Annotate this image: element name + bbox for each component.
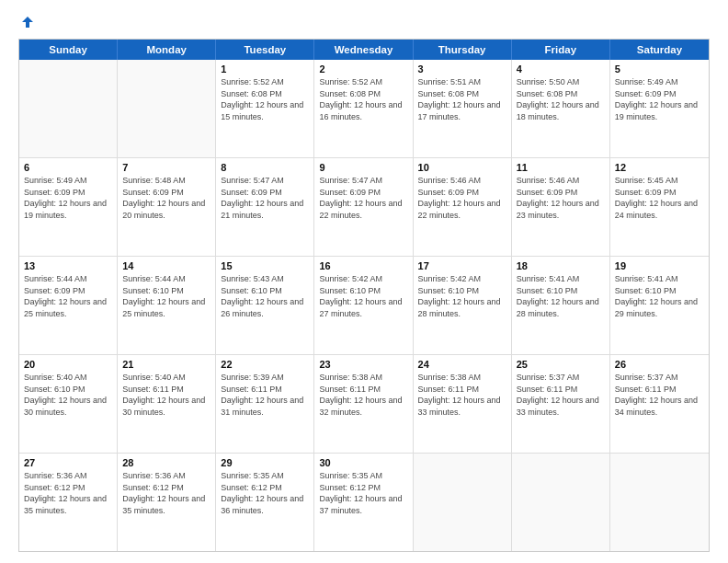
day-number: 1 (221, 63, 309, 75)
day-number: 8 (221, 162, 309, 173)
day-number: 27 (24, 457, 112, 468)
day-info: Sunrise: 5:38 AMSunset: 6:11 PMDaylight:… (418, 372, 506, 418)
day-info: Sunrise: 5:35 AMSunset: 6:12 PMDaylight:… (221, 470, 309, 516)
empty-cell (610, 454, 709, 551)
day-cell-30: 30Sunrise: 5:35 AMSunset: 6:12 PMDayligh… (314, 454, 413, 551)
week-row-4: 20Sunrise: 5:40 AMSunset: 6:10 PMDayligh… (19, 355, 709, 454)
day-number: 29 (221, 457, 309, 468)
day-cell-25: 25Sunrise: 5:37 AMSunset: 6:11 PMDayligh… (512, 355, 610, 453)
day-cell-3: 3Sunrise: 5:51 AMSunset: 6:08 PMDaylight… (414, 60, 512, 157)
day-info: Sunrise: 5:36 AMSunset: 6:12 PMDaylight:… (122, 470, 210, 516)
day-info: Sunrise: 5:38 AMSunset: 6:11 PMDaylight:… (319, 372, 407, 418)
day-number: 16 (319, 260, 407, 271)
day-number: 28 (122, 457, 210, 468)
day-cell-10: 10Sunrise: 5:46 AMSunset: 6:09 PMDayligh… (414, 158, 512, 256)
day-info: Sunrise: 5:52 AMSunset: 6:08 PMDaylight:… (319, 76, 407, 122)
day-number: 4 (517, 63, 605, 75)
header-day-sunday: Sunday (19, 40, 118, 60)
day-cell-21: 21Sunrise: 5:40 AMSunset: 6:11 PMDayligh… (118, 355, 216, 453)
day-cell-19: 19Sunrise: 5:41 AMSunset: 6:10 PMDayligh… (610, 257, 709, 354)
svg-marker-0 (22, 17, 33, 28)
day-number: 6 (24, 162, 112, 173)
day-cell-15: 15Sunrise: 5:43 AMSunset: 6:10 PMDayligh… (216, 257, 314, 354)
day-cell-23: 23Sunrise: 5:38 AMSunset: 6:11 PMDayligh… (314, 355, 413, 453)
day-cell-17: 17Sunrise: 5:42 AMSunset: 6:10 PMDayligh… (414, 257, 512, 354)
day-info: Sunrise: 5:49 AMSunset: 6:09 PMDaylight:… (615, 76, 704, 122)
day-number: 26 (615, 359, 704, 370)
day-number: 23 (319, 359, 407, 370)
day-cell-8: 8Sunrise: 5:47 AMSunset: 6:09 PMDaylight… (216, 158, 314, 256)
day-info: Sunrise: 5:42 AMSunset: 6:10 PMDaylight:… (418, 273, 506, 319)
day-info: Sunrise: 5:45 AMSunset: 6:09 PMDaylight:… (615, 175, 704, 221)
day-info: Sunrise: 5:51 AMSunset: 6:08 PMDaylight:… (418, 76, 506, 122)
day-info: Sunrise: 5:41 AMSunset: 6:10 PMDaylight:… (615, 273, 704, 319)
day-info: Sunrise: 5:37 AMSunset: 6:11 PMDaylight:… (615, 372, 704, 418)
day-cell-5: 5Sunrise: 5:49 AMSunset: 6:09 PMDaylight… (610, 60, 709, 157)
day-number: 9 (319, 162, 407, 173)
day-number: 20 (24, 359, 112, 370)
day-cell-29: 29Sunrise: 5:35 AMSunset: 6:12 PMDayligh… (216, 454, 314, 551)
day-number: 5 (615, 63, 704, 75)
day-number: 19 (615, 260, 704, 271)
day-number: 18 (517, 260, 605, 271)
header-day-saturday: Saturday (610, 40, 709, 60)
day-info: Sunrise: 5:40 AMSunset: 6:10 PMDaylight:… (24, 372, 112, 418)
day-cell-26: 26Sunrise: 5:37 AMSunset: 6:11 PMDayligh… (610, 355, 709, 453)
day-info: Sunrise: 5:47 AMSunset: 6:09 PMDaylight:… (221, 175, 309, 221)
day-info: Sunrise: 5:46 AMSunset: 6:09 PMDaylight:… (418, 175, 506, 221)
day-info: Sunrise: 5:48 AMSunset: 6:09 PMDaylight:… (122, 175, 210, 221)
day-info: Sunrise: 5:37 AMSunset: 6:11 PMDaylight:… (517, 372, 605, 418)
day-number: 30 (319, 457, 407, 468)
week-row-1: 1Sunrise: 5:52 AMSunset: 6:08 PMDaylight… (19, 60, 709, 158)
calendar: SundayMondayTuesdayWednesdayThursdayFrid… (18, 39, 710, 552)
day-info: Sunrise: 5:46 AMSunset: 6:09 PMDaylight:… (517, 175, 605, 221)
empty-cell (414, 454, 512, 551)
day-number: 24 (418, 359, 506, 370)
empty-cell (19, 60, 118, 157)
day-number: 14 (122, 260, 210, 271)
day-number: 12 (615, 162, 704, 173)
page: SundayMondayTuesdayWednesdayThursdayFrid… (0, 0, 728, 563)
empty-cell (512, 454, 610, 551)
day-cell-13: 13Sunrise: 5:44 AMSunset: 6:09 PMDayligh… (19, 257, 118, 354)
header-day-thursday: Thursday (414, 40, 512, 60)
day-info: Sunrise: 5:44 AMSunset: 6:09 PMDaylight:… (24, 273, 112, 319)
header-day-wednesday: Wednesday (314, 40, 413, 60)
header-day-monday: Monday (118, 40, 216, 60)
day-cell-20: 20Sunrise: 5:40 AMSunset: 6:10 PMDayligh… (19, 355, 118, 453)
day-number: 10 (418, 162, 506, 173)
day-number: 7 (122, 162, 210, 173)
day-info: Sunrise: 5:40 AMSunset: 6:11 PMDaylight:… (122, 372, 210, 418)
day-cell-22: 22Sunrise: 5:39 AMSunset: 6:11 PMDayligh… (216, 355, 314, 453)
day-cell-6: 6Sunrise: 5:49 AMSunset: 6:09 PMDaylight… (19, 158, 118, 256)
day-cell-1: 1Sunrise: 5:52 AMSunset: 6:08 PMDaylight… (216, 60, 314, 157)
day-info: Sunrise: 5:49 AMSunset: 6:09 PMDaylight:… (24, 175, 112, 221)
day-cell-24: 24Sunrise: 5:38 AMSunset: 6:11 PMDayligh… (414, 355, 512, 453)
day-cell-7: 7Sunrise: 5:48 AMSunset: 6:09 PMDaylight… (118, 158, 216, 256)
day-number: 2 (319, 63, 407, 75)
day-number: 22 (221, 359, 309, 370)
day-number: 3 (418, 63, 506, 75)
day-info: Sunrise: 5:50 AMSunset: 6:08 PMDaylight:… (517, 76, 605, 122)
day-number: 11 (517, 162, 605, 173)
day-info: Sunrise: 5:41 AMSunset: 6:10 PMDaylight:… (517, 273, 605, 319)
week-row-2: 6Sunrise: 5:49 AMSunset: 6:09 PMDaylight… (19, 158, 709, 257)
header-day-friday: Friday (512, 40, 610, 60)
week-row-5: 27Sunrise: 5:36 AMSunset: 6:12 PMDayligh… (19, 454, 709, 551)
calendar-body: 1Sunrise: 5:52 AMSunset: 6:08 PMDaylight… (19, 60, 709, 551)
header-day-tuesday: Tuesday (216, 40, 314, 60)
day-cell-12: 12Sunrise: 5:45 AMSunset: 6:09 PMDayligh… (610, 158, 709, 256)
logo (18, 15, 35, 29)
week-row-3: 13Sunrise: 5:44 AMSunset: 6:09 PMDayligh… (19, 257, 709, 355)
day-number: 25 (517, 359, 605, 370)
day-number: 21 (122, 359, 210, 370)
calendar-header: SundayMondayTuesdayWednesdayThursdayFrid… (19, 40, 709, 60)
day-cell-18: 18Sunrise: 5:41 AMSunset: 6:10 PMDayligh… (512, 257, 610, 354)
day-cell-16: 16Sunrise: 5:42 AMSunset: 6:10 PMDayligh… (314, 257, 413, 354)
day-number: 15 (221, 260, 309, 271)
day-info: Sunrise: 5:36 AMSunset: 6:12 PMDaylight:… (24, 470, 112, 516)
day-info: Sunrise: 5:47 AMSunset: 6:09 PMDaylight:… (319, 175, 407, 221)
day-cell-4: 4Sunrise: 5:50 AMSunset: 6:08 PMDaylight… (512, 60, 610, 157)
day-info: Sunrise: 5:44 AMSunset: 6:10 PMDaylight:… (122, 273, 210, 319)
day-info: Sunrise: 5:52 AMSunset: 6:08 PMDaylight:… (221, 76, 309, 122)
